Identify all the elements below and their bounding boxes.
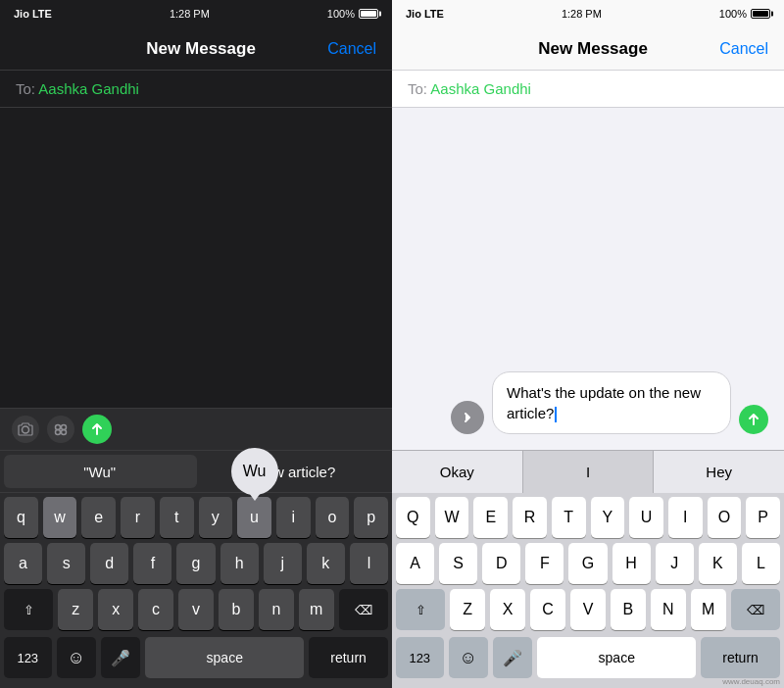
key-u[interactable]: u Wu xyxy=(237,497,271,538)
send-button-left[interactable] xyxy=(82,415,112,444)
nav-bar-left: New Message Cancel xyxy=(0,27,392,71)
key-k[interactable]: k xyxy=(307,543,345,584)
apps-btn-left[interactable] xyxy=(47,416,74,443)
keyboard-left: q w e r t y u Wu i o p a s d f g h j k xyxy=(0,493,392,688)
key-e[interactable]: e xyxy=(81,497,116,538)
key-t[interactable]: t xyxy=(160,497,194,538)
key-W[interactable]: W xyxy=(435,497,469,538)
key-E[interactable]: E xyxy=(473,497,508,538)
text-cursor xyxy=(555,407,557,422)
key-emoji-left[interactable]: ☺ xyxy=(57,637,96,678)
send-button-right[interactable] xyxy=(739,405,768,434)
key-shift-right[interactable]: ⇧ xyxy=(396,589,445,630)
key-emoji-right[interactable]: ☺ xyxy=(449,637,488,678)
key-X[interactable]: X xyxy=(490,589,525,630)
key-G[interactable]: G xyxy=(568,543,607,584)
battery-icon-right xyxy=(751,9,770,19)
key-delete-right[interactable]: ⌫ xyxy=(731,589,780,630)
key-h[interactable]: h xyxy=(220,543,259,584)
battery-right: 100% xyxy=(719,8,770,20)
key-O[interactable]: O xyxy=(708,497,742,538)
battery-icon-left xyxy=(359,9,378,19)
key-v[interactable]: v xyxy=(178,589,214,630)
suggestion-right-1[interactable]: I xyxy=(523,451,655,493)
key-N[interactable]: N xyxy=(651,589,686,630)
message-bubble[interactable]: What's the update on the new article? xyxy=(492,371,731,434)
key-K[interactable]: K xyxy=(699,543,737,584)
key-return-right[interactable]: return xyxy=(701,637,780,678)
bottom-bar-left: 123 ☺ 🎤 space return xyxy=(0,635,392,680)
keyboard-right: Q W E R T Y U I O P A S D F G H J K L ⇧ … xyxy=(392,493,784,688)
key-Y[interactable]: Y xyxy=(591,497,625,538)
key-w[interactable]: w xyxy=(43,497,77,538)
key-s[interactable]: s xyxy=(47,543,85,584)
key-r[interactable]: r xyxy=(121,497,155,538)
key-mic-left[interactable]: 🎤 xyxy=(101,637,140,678)
key-A[interactable]: A xyxy=(396,543,434,584)
bottom-bar-right: 123 ☺ 🎤 space return xyxy=(392,635,784,680)
key-g[interactable]: g xyxy=(176,543,215,584)
key-D[interactable]: D xyxy=(482,543,520,584)
input-bar-left xyxy=(0,408,392,450)
key-F[interactable]: F xyxy=(525,543,564,584)
message-area-left[interactable] xyxy=(0,108,392,408)
cancel-button-left[interactable]: Cancel xyxy=(327,40,376,58)
key-q[interactable]: q xyxy=(4,497,38,538)
nav-title-right: New Message xyxy=(538,39,648,59)
key-Q[interactable]: Q xyxy=(396,497,430,538)
key-a[interactable]: a xyxy=(4,543,42,584)
suggestion-left-0[interactable]: "Wu" xyxy=(4,455,197,488)
to-label-right: To: xyxy=(408,80,427,97)
key-n[interactable]: n xyxy=(259,589,294,630)
cancel-button-right[interactable]: Cancel xyxy=(719,40,768,58)
key-mic-right[interactable]: 🎤 xyxy=(493,637,532,678)
key-f[interactable]: f xyxy=(133,543,172,584)
key-l[interactable]: l xyxy=(350,543,388,584)
key-U[interactable]: U xyxy=(629,497,663,538)
suggestion-right-2[interactable]: Hey xyxy=(654,451,784,493)
phone-right: Jio LTE 1:28 PM 100% New Message Cancel … xyxy=(392,0,784,688)
key-return-left[interactable]: return xyxy=(309,637,388,678)
key-i[interactable]: i xyxy=(276,497,311,538)
key-Z[interactable]: Z xyxy=(450,589,485,630)
key-B[interactable]: B xyxy=(611,589,646,630)
key-m[interactable]: m xyxy=(299,589,334,630)
message-area-right[interactable]: What's the update on the new article? xyxy=(392,108,784,450)
message-text: What's the update on the new article? xyxy=(507,384,701,421)
camera-btn-left[interactable] xyxy=(12,416,39,443)
message-bubble-container: What's the update on the new article? xyxy=(451,371,768,434)
key-P[interactable]: P xyxy=(746,497,780,538)
key-S[interactable]: S xyxy=(439,543,477,584)
key-j[interactable]: j xyxy=(264,543,302,584)
key-shift-left[interactable]: ⇧ xyxy=(4,589,53,630)
key-H[interactable]: H xyxy=(612,543,651,584)
key-C[interactable]: C xyxy=(530,589,565,630)
key-space-right[interactable]: space xyxy=(537,637,696,678)
key-d[interactable]: d xyxy=(90,543,128,584)
key-p[interactable]: p xyxy=(354,497,388,538)
key-nums-left[interactable]: 123 xyxy=(4,637,52,678)
suggestion-left-1[interactable]: new article? xyxy=(201,451,393,492)
key-nums-right[interactable]: 123 xyxy=(396,637,444,678)
key-delete-left[interactable]: ⌫ xyxy=(339,589,388,630)
key-L[interactable]: L xyxy=(742,543,780,584)
key-z[interactable]: z xyxy=(58,589,93,630)
key-c[interactable]: c xyxy=(138,589,173,630)
key-b[interactable]: b xyxy=(219,589,254,630)
key-I[interactable]: I xyxy=(668,497,703,538)
chevron-button[interactable] xyxy=(451,401,484,434)
key-x[interactable]: x xyxy=(98,589,133,630)
key-T[interactable]: T xyxy=(552,497,586,538)
key-M[interactable]: M xyxy=(691,589,726,630)
nav-bar-right: New Message Cancel xyxy=(392,27,784,71)
battery-pct-left: 100% xyxy=(327,8,355,20)
suggestion-right-0[interactable]: Okay xyxy=(392,451,523,493)
key-o[interactable]: o xyxy=(316,497,350,538)
battery-left: 100% xyxy=(327,8,378,20)
key-y[interactable]: y xyxy=(199,497,233,538)
carrier-left: Jio LTE xyxy=(14,8,52,20)
key-space-left[interactable]: space xyxy=(145,637,304,678)
key-V[interactable]: V xyxy=(570,589,606,630)
key-J[interactable]: J xyxy=(656,543,694,584)
key-R[interactable]: R xyxy=(513,497,547,538)
